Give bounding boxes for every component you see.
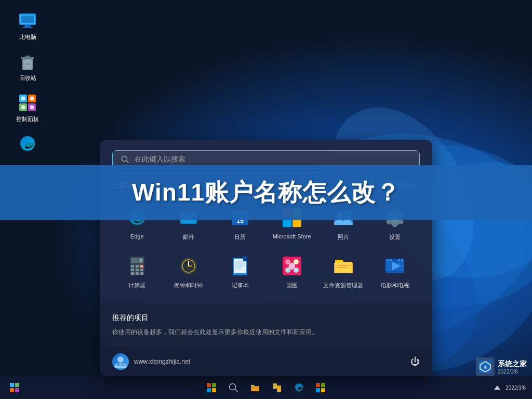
taskbar-center [203, 379, 329, 396]
svg-line-97 [235, 389, 237, 392]
svg-text:家: 家 [484, 365, 487, 369]
svg-rect-91 [15, 388, 19, 392]
taskbar-widgets-icon[interactable] [6, 379, 23, 396]
svg-point-23 [21, 97, 25, 101]
notepad-label: 记事本 [232, 282, 249, 289]
app-paint[interactable]: 画图 [267, 248, 316, 295]
svg-rect-84 [398, 259, 400, 261]
svg-rect-49 [136, 265, 139, 268]
calendar-label: 日历 [234, 233, 246, 241]
svg-rect-54 [131, 272, 134, 275]
svg-rect-76 [337, 265, 350, 266]
watermark: 家 系统之家 2022/3/8 [476, 357, 527, 376]
desktop-icon-this-pc[interactable]: 此电脑 [9, 10, 46, 41]
svg-point-62 [188, 265, 190, 267]
calculator-label: 计算器 [128, 282, 145, 289]
control-panel-label: 控制面板 [16, 115, 39, 123]
svg-rect-95 [212, 388, 216, 392]
svg-rect-81 [385, 271, 404, 273]
svg-rect-89 [15, 383, 19, 387]
paint-icon [280, 254, 304, 278]
svg-rect-99 [277, 385, 281, 392]
svg-rect-15 [25, 56, 30, 58]
desktop-icon-control-panel[interactable]: 控制面板 [9, 92, 46, 123]
svg-rect-53 [140, 269, 143, 271]
watermark-site: 系统之家 [498, 360, 527, 369]
this-pc-label: 此电脑 [19, 33, 36, 41]
svg-rect-9 [22, 27, 33, 28]
taskbar-search-button[interactable] [225, 379, 242, 396]
desktop-icon-recycle-bin[interactable]: 回收站 [9, 51, 46, 82]
this-pc-icon [17, 10, 38, 31]
taskbar-edge-button[interactable] [290, 379, 307, 396]
svg-rect-55 [136, 272, 139, 275]
svg-rect-101 [273, 386, 275, 387]
svg-point-74 [294, 268, 299, 273]
app-calculator[interactable]: 0 计算器 [112, 248, 162, 295]
recommended-section: 推荐的项目 你使用的设备越多，我们就会在此处显示更多你最近使用的文件和新应用。 [100, 303, 432, 347]
svg-point-24 [30, 97, 34, 101]
control-panel-icon [17, 92, 38, 113]
app-movies[interactable]: 电影和电视 [370, 248, 420, 295]
svg-rect-83 [390, 259, 392, 261]
recommended-title: 推荐的项目 [112, 313, 420, 323]
svg-rect-50 [140, 265, 143, 268]
svg-rect-77 [337, 267, 347, 268]
svg-rect-51 [131, 269, 134, 271]
user-info[interactable]: 系统 www.xitongzhijia.net [112, 353, 190, 370]
banner: Win11账户名称怎么改？ [0, 165, 532, 220]
svg-rect-103 [321, 383, 325, 387]
watermark-logo: 家 [476, 357, 495, 376]
store-label: Microsoft Store [273, 233, 311, 240]
edge-label: Edge [130, 233, 144, 240]
explorer-label: 文件资源管理器 [323, 282, 363, 289]
recommended-desc: 你使用的设备越多，我们就会在此处显示更多你最近使用的文件和新应用。 [112, 328, 420, 337]
taskbar-store-button[interactable] [312, 379, 329, 396]
power-button[interactable]: ⏻ [410, 356, 420, 367]
watermark-date: 2022/3/8 [498, 369, 527, 375]
taskbar-right: 2022/3/8 [493, 383, 526, 392]
svg-line-28 [127, 161, 129, 163]
desktop-icons: 此电脑 回收站 [9, 10, 46, 156]
svg-rect-94 [207, 388, 211, 392]
explorer-icon [331, 254, 356, 278]
taskbar-files-button[interactable] [269, 379, 285, 396]
app-clock[interactable]: 闹钟和时钟 [164, 248, 213, 295]
edge-desktop-icon [17, 134, 38, 154]
taskbar-left [6, 379, 23, 396]
app-explorer[interactable]: 文件资源管理器 [318, 248, 368, 295]
svg-rect-82 [387, 259, 389, 261]
settings-label: 设置 [389, 233, 401, 241]
svg-rect-8 [24, 25, 31, 27]
svg-marker-106 [494, 385, 500, 390]
movies-icon [382, 254, 407, 278]
banner-text: Win11账户名称怎么改？ [16, 177, 516, 209]
svg-rect-93 [212, 383, 216, 387]
desktop: 此电脑 回收站 [0, 0, 532, 399]
app-notepad[interactable]: 记事本 [216, 248, 265, 295]
taskbar-chevron-icon[interactable] [493, 383, 501, 392]
notepad-icon [228, 254, 252, 278]
clock-label: 闹钟和时钟 [174, 282, 203, 289]
taskbar: 2022/3/8 [0, 376, 532, 399]
svg-rect-100 [273, 385, 276, 385]
svg-rect-104 [316, 388, 320, 392]
desktop-icon-edge[interactable] [9, 134, 46, 156]
svg-rect-90 [10, 388, 14, 392]
svg-rect-10 [21, 16, 34, 23]
user-website: www.xitongzhijia.net [134, 358, 190, 365]
svg-rect-48 [131, 265, 134, 268]
start-menu-footer: 系统 www.xitongzhijia.net ⏻ [100, 347, 432, 376]
recycle-bin-icon [17, 51, 38, 72]
svg-rect-105 [321, 388, 325, 392]
clock-icon [176, 254, 201, 278]
taskbar-start-button[interactable] [203, 379, 220, 396]
movies-label: 电影和电视 [381, 282, 409, 289]
search-icon [121, 155, 129, 164]
svg-rect-85 [401, 259, 403, 261]
svg-point-26 [30, 105, 34, 110]
photos-label: 照片 [338, 233, 349, 241]
svg-rect-102 [316, 383, 320, 387]
svg-rect-92 [207, 383, 211, 387]
taskbar-explorer-button[interactable] [247, 379, 263, 396]
